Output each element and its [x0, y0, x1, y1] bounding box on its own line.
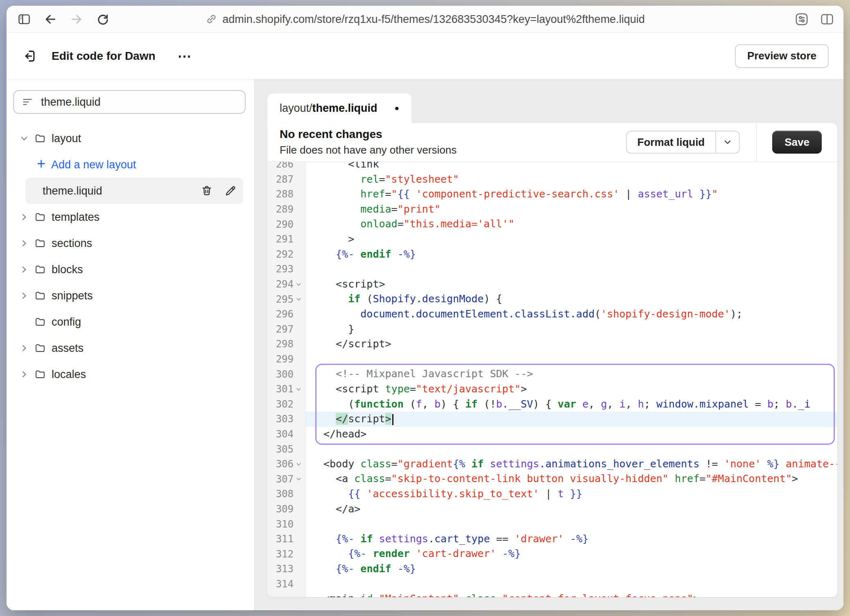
fold-chevron-icon[interactable]: [294, 386, 303, 392]
code-line[interactable]: 299: [267, 352, 837, 367]
code-text[interactable]: onload="this.media='all'": [305, 217, 837, 232]
tab-theme-liquid[interactable]: layout/theme.liquid ●: [267, 93, 411, 123]
code-text[interactable]: {%- endif -%}: [305, 247, 837, 262]
code-text[interactable]: <script type="text/javascript">: [305, 382, 837, 397]
code-text[interactable]: {%- if settings.cart_type == 'drawer' -%…: [305, 532, 837, 547]
sidebar-item-layout[interactable]: layout: [13, 125, 243, 152]
code-line[interactable]: 309 </a>: [267, 502, 837, 517]
preview-store-button[interactable]: Preview store: [735, 44, 829, 68]
code-line[interactable]: 311 {%- if settings.cart_type == 'drawer…: [267, 532, 837, 547]
sidebar-toggle-icon[interactable]: [17, 12, 31, 26]
code-text[interactable]: <link: [305, 162, 837, 172]
code-text[interactable]: {%- render 'cart-drawer' -%}: [305, 546, 837, 562]
code-text[interactable]: [305, 516, 837, 532]
code-line[interactable]: 302 (function (f, b) { if (!b.__SV) { va…: [267, 397, 837, 412]
code-line[interactable]: 307 <a class="skip-to-content-link butto…: [267, 471, 837, 487]
format-liquid-button[interactable]: Format liquid: [627, 131, 717, 153]
url-bar[interactable]: admin.shopify.com/store/rzq1xu-f5/themes…: [205, 13, 644, 25]
code-line[interactable]: 313 {%- endif -%}: [267, 562, 837, 577]
code-line[interactable]: 289 media="print": [267, 202, 837, 217]
overflow-menu-icon[interactable]: ⋯: [175, 49, 194, 63]
code-text[interactable]: {%- endif -%}: [305, 562, 837, 577]
sidebar-item-sections[interactable]: sections: [13, 230, 243, 256]
code-line[interactable]: 297 }: [267, 322, 837, 337]
fold-chevron-icon[interactable]: [294, 476, 303, 482]
code-line[interactable]: 288 href="{{ 'component-predictive-searc…: [267, 187, 837, 202]
code-text[interactable]: [305, 352, 837, 367]
chevron-right-icon[interactable]: [20, 344, 34, 353]
code-line[interactable]: 291 >: [267, 232, 837, 247]
delete-file-icon[interactable]: [201, 185, 213, 197]
back-icon[interactable]: [43, 12, 57, 26]
reload-icon[interactable]: [96, 12, 110, 26]
sidebar-item-assets[interactable]: assets: [13, 335, 243, 361]
code-line[interactable]: 305: [267, 442, 837, 457]
code-line[interactable]: 314: [267, 577, 837, 592]
fold-chevron-icon[interactable]: [294, 461, 303, 467]
sidebar-item-locales[interactable]: locales: [13, 361, 243, 387]
code-text[interactable]: </a>: [305, 502, 837, 517]
code-line[interactable]: 298 </script>: [267, 337, 837, 352]
code-line[interactable]: 287 rel="stylesheet": [267, 172, 837, 187]
fold-chevron-icon[interactable]: [294, 281, 303, 288]
sidebar-item-theme-liquid[interactable]: theme.liquid: [25, 178, 243, 204]
code-line[interactable]: 301 <script type="text/javascript">: [267, 382, 837, 397]
code-line[interactable]: 308 {{ 'accessibility.skip_to_text' | t …: [267, 487, 837, 502]
code-line[interactable]: 310: [267, 516, 837, 532]
search-input[interactable]: [40, 95, 237, 109]
code-text[interactable]: document.documentElement.classList.add('…: [305, 307, 837, 322]
code-text[interactable]: if (Shopify.designMode) {: [305, 292, 837, 307]
code-line[interactable]: 303 </script>: [267, 412, 837, 427]
chevron-right-icon[interactable]: [20, 239, 34, 248]
sidebar-item-add-a-new-layout[interactable]: +Add a new layout: [13, 152, 243, 178]
chevron-right-icon[interactable]: [20, 291, 34, 300]
code-text[interactable]: media="print": [305, 202, 837, 217]
code-line[interactable]: 295 if (Shopify.designMode) {: [267, 292, 837, 307]
code-editor[interactable]: 286 <link287 rel="stylesheet"288 href="{…: [267, 162, 837, 597]
code-line[interactable]: 296 document.documentElement.classList.a…: [267, 307, 837, 322]
code-line[interactable]: 294 <script>: [267, 277, 837, 292]
code-text[interactable]: [305, 262, 837, 277]
code-line[interactable]: <main id="MainContent" class="content-fo…: [267, 591, 837, 597]
chevron-right-icon[interactable]: [20, 370, 34, 379]
split-view-icon[interactable]: [820, 12, 834, 27]
rename-file-icon[interactable]: [224, 185, 237, 197]
code-text[interactable]: <main id="MainContent" class="content-fo…: [305, 591, 837, 597]
code-line[interactable]: 293: [267, 262, 837, 277]
code-line[interactable]: 312 {%- render 'cart-drawer' -%}: [267, 546, 837, 562]
format-options-chevron-icon[interactable]: [716, 131, 739, 153]
code-text[interactable]: </head>: [305, 427, 837, 442]
code-text[interactable]: >: [305, 232, 837, 247]
code-line[interactable]: 286 <link: [267, 162, 837, 172]
code-line[interactable]: 304</head>: [267, 427, 837, 442]
code-text[interactable]: {{ 'accessibility.skip_to_text' | t }}: [305, 487, 837, 502]
code-text[interactable]: <script>: [305, 277, 837, 292]
chevron-down-icon[interactable]: [20, 134, 34, 143]
code-text[interactable]: </script>: [305, 337, 837, 352]
code-text[interactable]: [305, 442, 837, 457]
code-text[interactable]: [305, 577, 837, 592]
code-text[interactable]: }: [305, 322, 837, 337]
browser-settings-icon[interactable]: [794, 12, 809, 27]
chevron-right-icon[interactable]: [20, 213, 34, 222]
code-line[interactable]: 306<body class="gradient{% if settings.a…: [267, 457, 837, 472]
fold-chevron-icon[interactable]: [294, 296, 303, 302]
exit-editor-icon[interactable]: [21, 48, 37, 64]
code-text[interactable]: <!-- Mixpanel Javascript SDK -->: [305, 367, 837, 382]
code-line[interactable]: 290 onload="this.media='all'": [267, 217, 837, 232]
code-text[interactable]: </script>: [305, 412, 837, 427]
code-line[interactable]: 300 <!-- Mixpanel Javascript SDK -->: [267, 367, 837, 382]
code-text[interactable]: <a class="skip-to-content-link button vi…: [305, 471, 837, 487]
save-button[interactable]: Save: [772, 131, 822, 154]
code-line[interactable]: 292 {%- endif -%}: [267, 247, 837, 262]
code-text[interactable]: href="{{ 'component-predictive-search.cs…: [305, 187, 837, 202]
chevron-right-icon[interactable]: [20, 265, 34, 274]
code-text[interactable]: (function (f, b) { if (!b.__SV) { var e,…: [305, 397, 837, 412]
sidebar-item-config[interactable]: config: [13, 309, 243, 335]
forward-icon[interactable]: [70, 12, 84, 26]
sidebar-item-snippets[interactable]: snippets: [13, 283, 243, 309]
code-text[interactable]: rel="stylesheet": [305, 172, 837, 187]
sidebar-item-templates[interactable]: templates: [13, 204, 243, 230]
code-text[interactable]: <body class="gradient{% if settings.anim…: [305, 457, 837, 472]
sidebar-item-blocks[interactable]: blocks: [13, 256, 243, 283]
